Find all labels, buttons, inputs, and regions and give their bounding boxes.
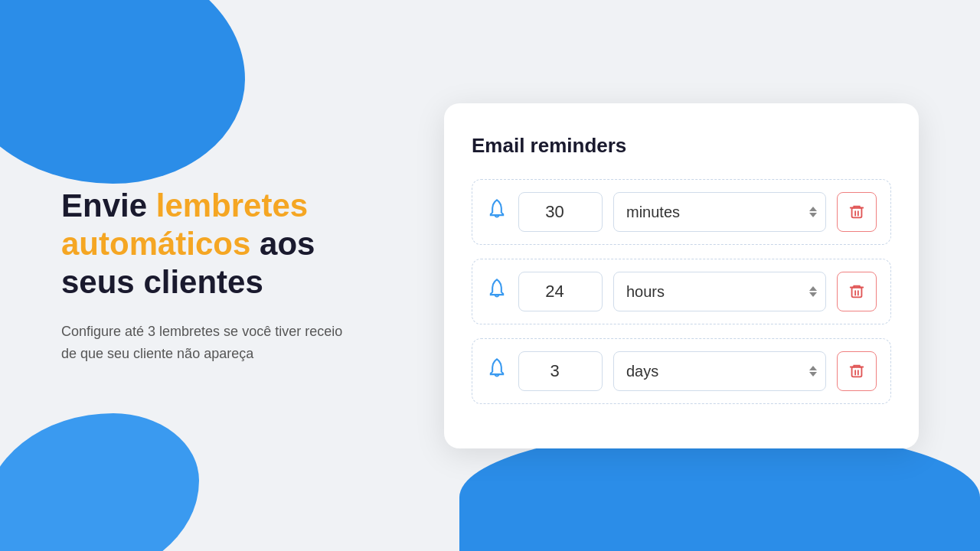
reminder-3-unit-wrapper: minutes hours days weeks: [613, 351, 826, 391]
delete-button-2[interactable]: [837, 272, 877, 311]
main-layout: Envie lembretes automáticos aosseus clie…: [0, 0, 980, 551]
reminder-2-unit-select[interactable]: minutes hours days weeks: [613, 272, 826, 311]
svg-point-4: [496, 279, 498, 281]
delete-button-1[interactable]: [837, 192, 877, 232]
reminder-1-unit-wrapper: minutes hours days weeks: [613, 192, 826, 232]
svg-point-0: [496, 200, 498, 201]
reminder-row-1: minutes hours days weeks: [472, 179, 891, 245]
reminder-2-value[interactable]: [518, 272, 603, 311]
headline-envie: Envie: [61, 187, 156, 223]
card-title: Email reminders: [472, 134, 891, 158]
bell-icon-3: [486, 357, 508, 384]
svg-rect-1: [852, 207, 862, 217]
reminder-row-2: minutes hours days weeks: [472, 259, 891, 324]
reminder-1-unit-select[interactable]: minutes hours days weeks: [613, 192, 826, 232]
reminder-3-value[interactable]: [518, 351, 603, 391]
reminder-3-unit-select[interactable]: minutes hours days weeks: [613, 351, 826, 391]
email-reminders-card: Email reminders minutes hours days weeks: [444, 103, 919, 448]
svg-rect-9: [852, 367, 862, 377]
reminder-1-value[interactable]: [518, 192, 603, 232]
reminder-row-3: minutes hours days weeks: [472, 338, 891, 404]
svg-point-8: [496, 359, 498, 360]
svg-rect-5: [852, 287, 862, 297]
subtext: Configure até 3 lembretes se você tiver …: [61, 321, 352, 365]
headline: Envie lembretes automáticos aosseus clie…: [61, 187, 398, 302]
bell-icon-1: [486, 198, 508, 225]
left-section: Envie lembretes automáticos aosseus clie…: [61, 187, 398, 365]
bell-icon-2: [486, 278, 508, 305]
delete-button-3[interactable]: [837, 351, 877, 391]
reminder-2-unit-wrapper: minutes hours days weeks: [613, 272, 826, 311]
